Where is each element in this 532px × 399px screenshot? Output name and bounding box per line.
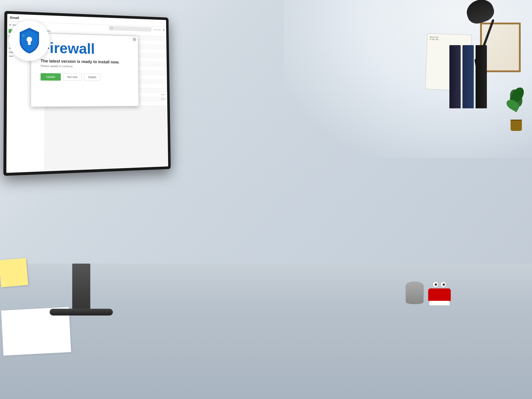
plant-pot — [511, 120, 522, 131]
toy-pupil-left — [435, 284, 437, 286]
popup-close-button[interactable]: × — [133, 38, 136, 41]
sticky-note — [0, 258, 28, 287]
plant — [507, 86, 525, 131]
email-date: Aug 21 — [161, 98, 165, 100]
update-button[interactable]: Update — [41, 73, 61, 81]
details-button[interactable]: Details — [84, 74, 101, 81]
toy-teeth — [429, 301, 450, 305]
email-app-title: Email — [10, 16, 19, 20]
wind-up-toy — [428, 288, 455, 309]
toy-pupil-right — [443, 284, 445, 286]
firewall-submessage: Please update to continue. — [41, 64, 130, 69]
monitor-stand — [72, 264, 90, 313]
toy-eyes — [433, 282, 446, 287]
binder-navy — [462, 45, 474, 108]
email-count: 1-60 of 344 — [153, 29, 161, 31]
pencil-holder — [405, 282, 424, 304]
svg-rect-1 — [28, 41, 31, 45]
plant-leaves — [507, 85, 525, 121]
shield-icon-wrapper — [9, 20, 50, 61]
not-now-button[interactable]: Not now — [63, 73, 82, 81]
binder-black — [475, 45, 487, 108]
toy-body — [428, 288, 451, 302]
email-search-bar[interactable] — [109, 26, 152, 32]
firewall-message: The latest version is ready to install n… — [41, 59, 130, 65]
shield-svg — [15, 26, 44, 55]
shield-circle — [9, 20, 50, 61]
firewall-title: Firewall — [41, 40, 130, 57]
search-icon — [110, 27, 113, 30]
email-date: Aug 12 — [161, 94, 165, 95]
toy-eye-left — [433, 282, 438, 287]
hamburger-icon: ☰ — [163, 29, 165, 31]
toy-eye-right — [441, 282, 446, 287]
popup-buttons: Update Not now Details — [41, 73, 130, 81]
monitor-base — [50, 309, 113, 316]
binder-group — [450, 45, 487, 108]
binder-dark — [450, 45, 461, 108]
